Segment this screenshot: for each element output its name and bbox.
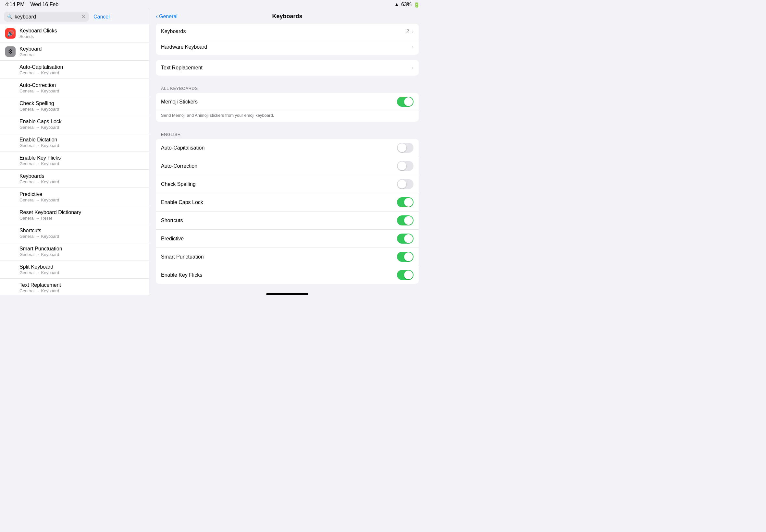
result-title: Smart Punctuation <box>19 246 62 252</box>
result-subtitle: General → Keyboard <box>19 270 59 275</box>
keyboards-count-row[interactable]: Keyboards 2 › <box>156 24 419 39</box>
text-replacement-row[interactable]: Text Replacement › <box>156 60 419 76</box>
all-keyboards-header: ALL KEYBOARDS <box>156 81 419 93</box>
enable-caps-lock-toggle[interactable] <box>397 197 414 207</box>
result-title: Auto-Correction <box>19 82 59 88</box>
list-item[interactable]: Predictive General → Keyboard <box>0 188 149 206</box>
toggle-thumb <box>404 252 413 261</box>
list-item[interactable]: Text Replacement General → Keyboard <box>0 279 149 295</box>
result-subtitle: General → Keyboard <box>19 288 61 293</box>
list-item[interactable]: Check Spelling General → Keyboard <box>0 97 149 115</box>
hardware-keyboard-row[interactable]: Hardware Keyboard › <box>156 39 419 55</box>
result-text: Enable Key Flicks General → Keyboard <box>19 155 61 166</box>
chevron-right-icon: › <box>412 29 414 34</box>
enable-key-flicks-row: Enable Key Flicks <box>156 266 419 284</box>
content-scroll: Keyboards 2 › Hardware Keyboard › Text R… <box>149 24 425 293</box>
back-label: General <box>159 14 177 19</box>
auto-correction-row: Auto-Correction <box>156 157 419 175</box>
result-text: Check Spelling General → Keyboard <box>19 101 59 112</box>
result-subtitle: General → Keyboard <box>19 198 59 202</box>
auto-capitalisation-toggle[interactable] <box>397 143 414 153</box>
result-title: Reset Keyboard Dictionary <box>19 210 81 215</box>
result-subtitle: General → Keyboard <box>19 125 62 130</box>
list-item[interactable]: Enable Dictation General → Keyboard <box>0 133 149 151</box>
search-clear-button[interactable]: ✕ <box>81 14 86 20</box>
auto-correction-label: Auto-Correction <box>161 163 397 169</box>
toggle-thumb <box>404 216 413 225</box>
list-item[interactable]: Reset Keyboard Dictionary General → Rese… <box>0 206 149 224</box>
list-item[interactable]: Smart Punctuation General → Keyboard <box>0 242 149 260</box>
shortcuts-toggle[interactable] <box>397 215 414 225</box>
result-text: Reset Keyboard Dictionary General → Rese… <box>19 210 81 221</box>
result-text: Split Keyboard General → Keyboard <box>19 264 59 275</box>
list-item[interactable]: Shortcuts General → Keyboard <box>0 224 149 242</box>
result-text: Shortcuts General → Keyboard <box>19 228 59 239</box>
enable-key-flicks-label: Enable Key Flicks <box>161 272 397 278</box>
result-title: Text Replacement <box>19 282 61 288</box>
search-input[interactable] <box>15 14 79 20</box>
result-title: Keyboards <box>19 173 59 179</box>
result-title: Predictive <box>19 191 59 197</box>
result-text: Keyboards General → Keyboard <box>19 173 59 184</box>
result-text: Keyboard Clicks Sounds <box>19 28 57 39</box>
back-button[interactable]: ‹ General <box>156 13 177 20</box>
battery-text: 63% <box>401 2 412 7</box>
smart-punctuation-toggle[interactable] <box>397 252 414 262</box>
predictive-toggle[interactable] <box>397 234 414 244</box>
result-subtitle: General → Keyboard <box>19 161 61 166</box>
text-replacement-label: Text Replacement <box>161 65 412 71</box>
list-item[interactable]: 🔊 Keyboard Clicks Sounds <box>0 24 149 42</box>
result-text: Keyboard General <box>19 46 42 57</box>
list-item[interactable]: Auto-Capitalisation General → Keyboard <box>0 61 149 79</box>
toggle-thumb <box>404 271 413 279</box>
search-bar-container: 🔍 ✕ Cancel <box>0 9 149 24</box>
result-subtitle: General → Keyboard <box>19 252 62 257</box>
result-title: Enable Caps Lock <box>19 119 62 125</box>
result-title: Enable Dictation <box>19 137 59 143</box>
smart-punctuation-row: Smart Punctuation <box>156 248 419 266</box>
right-panel: ‹ General Keyboards Keyboards 2 › Hardwa… <box>149 9 425 295</box>
search-input-wrapper: 🔍 ✕ <box>4 12 89 22</box>
result-subtitle: Sounds <box>19 34 57 39</box>
predictive-label: Predictive <box>161 236 397 242</box>
list-item[interactable]: ⚙ Keyboard General <box>0 42 149 61</box>
result-title: Enable Key Flicks <box>19 155 61 161</box>
memoji-stickers-toggle[interactable] <box>397 97 414 107</box>
result-text: Text Replacement General → Keyboard <box>19 282 61 293</box>
list-item[interactable]: Auto-Correction General → Keyboard <box>0 79 149 97</box>
result-text: Auto-Capitalisation General → Keyboard <box>19 64 63 75</box>
memoji-note: Send Memoji and Animoji stickers from yo… <box>156 111 419 122</box>
list-item[interactable]: Keyboards General → Keyboard <box>0 170 149 188</box>
result-text: Enable Caps Lock General → Keyboard <box>19 119 62 130</box>
toggle-thumb <box>404 97 413 106</box>
list-item[interactable]: Split Keyboard General → Keyboard <box>0 260 149 279</box>
toggle-thumb <box>398 180 407 188</box>
memoji-stickers-row: Memoji Stickers <box>156 93 419 111</box>
search-icon: 🔍 <box>7 14 13 19</box>
shortcuts-label: Shortcuts <box>161 218 397 224</box>
result-subtitle: General → Keyboard <box>19 70 63 75</box>
toggle-thumb <box>398 162 407 170</box>
chevron-right-icon: › <box>412 65 414 71</box>
shortcuts-row: Shortcuts <box>156 212 419 230</box>
text-replacement-group: Text Replacement › <box>156 60 419 76</box>
enable-key-flicks-toggle[interactable] <box>397 270 414 280</box>
status-icons: ▲ 63% 🔋 <box>394 2 420 8</box>
enable-caps-lock-row: Enable Caps Lock <box>156 193 419 212</box>
check-spelling-toggle[interactable] <box>397 179 414 189</box>
result-text: Smart Punctuation General → Keyboard <box>19 246 62 257</box>
chevron-right-icon: › <box>412 44 414 50</box>
keyboards-label: Keyboards <box>161 29 407 34</box>
auto-correction-toggle[interactable] <box>397 161 414 171</box>
result-title: Keyboard Clicks <box>19 28 57 34</box>
list-item[interactable]: Enable Caps Lock General → Keyboard <box>0 115 149 133</box>
result-subtitle: General → Keyboard <box>19 143 59 148</box>
cancel-button[interactable]: Cancel <box>91 14 110 20</box>
result-title: Split Keyboard <box>19 264 59 270</box>
check-spelling-label: Check Spelling <box>161 181 397 187</box>
result-subtitle: General → Reset <box>19 216 81 221</box>
wifi-icon: ▲ <box>394 2 399 7</box>
main-container: 🔍 ✕ Cancel 🔊 Keyboard Clicks Sounds ⚙ Ke… <box>0 9 425 295</box>
toggle-thumb <box>404 198 413 207</box>
list-item[interactable]: Enable Key Flicks General → Keyboard <box>0 151 149 170</box>
